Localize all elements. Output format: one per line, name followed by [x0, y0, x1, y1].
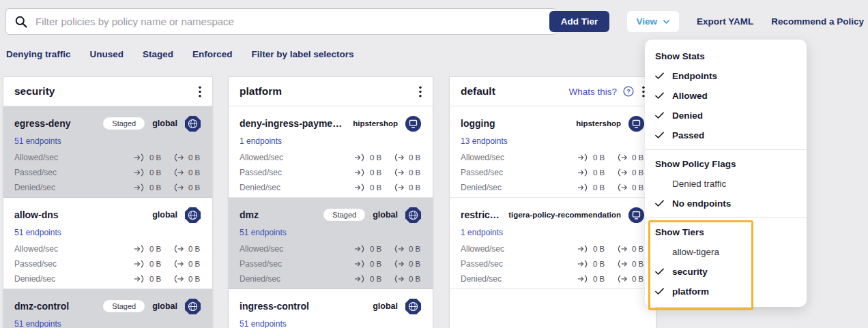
filter-filter-by-label-selectors[interactable]: Filter by label selectors: [252, 49, 354, 59]
ingress-stat: 0 B: [134, 183, 162, 192]
stat-label: Passed/sec: [14, 259, 57, 269]
menu-item-denied-traffic[interactable]: Denied traffic: [645, 174, 807, 194]
filter-staged[interactable]: Staged: [143, 49, 173, 59]
policy-card-allow-dns[interactable]: allow-dnsglobal51 endpointsAllowed/sec0 …: [3, 198, 212, 289]
policy-card-title-row: ingress-controlglobal: [240, 297, 422, 315]
tier-menu-kebab-icon[interactable]: [417, 86, 424, 98]
ingress-icon: [577, 260, 590, 268]
toolbar: Add Tier View Export YAML Recommend a Po…: [549, 11, 864, 32]
menu-divider: [645, 149, 807, 150]
menu-item-denied[interactable]: Denied: [645, 106, 807, 125]
stat-row: Allowed/sec0 B0 B: [14, 152, 201, 162]
stat-values: 0 B0 B: [577, 275, 645, 283]
scope-label: hipstershop: [353, 119, 398, 128]
policy-name: ingress-control: [240, 301, 366, 312]
ingress-icon: [354, 183, 366, 192]
ingress-value: 0 B: [149, 168, 161, 177]
policy-card-egress-deny[interactable]: egress-denyStagedglobal51 endpointsAllow…: [3, 106, 212, 198]
policy-name: restricted: [461, 209, 502, 220]
egress-stat: 0 B: [616, 275, 645, 283]
egress-icon: [173, 168, 185, 177]
stat-row: Passed/sec0 B0 B: [240, 258, 422, 269]
filter-enforced[interactable]: Enforced: [192, 49, 233, 59]
add-tier-button[interactable]: Add Tier: [549, 11, 610, 32]
endpoints-link[interactable]: 1 endpoints: [240, 136, 422, 147]
egress-value: 0 B: [409, 153, 420, 162]
stat-values: 0 B0 B: [134, 245, 201, 253]
endpoints-link[interactable]: 1 endpoints: [461, 228, 645, 239]
policy-name: dmz-control: [14, 301, 96, 312]
policy-name: egress-deny: [14, 118, 96, 129]
policy-name: deny-ingress-paymentservi…: [240, 118, 346, 129]
egress-icon: [616, 275, 628, 283]
menu-item-platform[interactable]: platform: [645, 282, 807, 301]
stat-row: Passed/sec0 B0 B: [461, 167, 645, 177]
stat-label: Denied/sec: [461, 183, 502, 192]
ingress-icon: [134, 260, 146, 268]
egress-stat: 0 B: [173, 245, 201, 253]
search-bar: [5, 8, 557, 35]
check-icon: [655, 200, 672, 207]
endpoints-link[interactable]: 51 endpoints: [14, 319, 201, 328]
tier-menu-kebab-icon[interactable]: [197, 86, 203, 98]
endpoints-link[interactable]: 51 endpoints: [14, 228, 201, 239]
egress-icon: [393, 153, 405, 162]
menu-item-allow-tigera[interactable]: allow-tigera: [645, 242, 807, 262]
menu-item-passed[interactable]: Passed: [645, 125, 807, 145]
policy-card-dmz[interactable]: dmzStagedglobal51 endpointsAllowed/sec0 …: [229, 198, 433, 289]
egress-stat: 0 B: [173, 183, 201, 192]
stat-values: 0 B0 B: [354, 183, 422, 192]
menu-section-show-policy-flags: Show Policy Flags: [645, 154, 807, 174]
egress-value: 0 B: [409, 275, 420, 283]
ingress-icon: [134, 168, 146, 177]
egress-stat: 0 B: [616, 168, 645, 177]
stat-label: Allowed/sec: [461, 153, 504, 162]
view-button[interactable]: View: [627, 11, 679, 32]
tier-column-default: defaultWhats this??logginghipstershop13 …: [449, 76, 656, 328]
filter-denying-traffic[interactable]: Denying traffic: [6, 49, 71, 59]
egress-stat: 0 B: [173, 275, 201, 283]
stat-row: Denied/sec0 B0 B: [240, 182, 422, 192]
ingress-value: 0 B: [149, 183, 161, 192]
menu-item-allowed[interactable]: Allowed: [645, 86, 807, 106]
policy-card-logging[interactable]: logginghipstershop13 endpointsAllowed/se…: [450, 106, 656, 198]
stat-row: Allowed/sec0 B0 B: [461, 152, 645, 162]
stat-row: Allowed/sec0 B0 B: [14, 243, 201, 254]
menu-item-label: platform: [672, 286, 709, 297]
endpoints-link[interactable]: 13 endpoints: [461, 136, 645, 147]
egress-icon: [173, 183, 185, 192]
stat-label: Passed/sec: [14, 168, 57, 177]
policy-card-title-row: restrictedtigera-policy-recommendation: [461, 206, 645, 224]
recommend-policy-button[interactable]: Recommend a Policy: [771, 16, 864, 27]
egress-value: 0 B: [632, 168, 643, 177]
policy-card-restricted[interactable]: restrictedtigera-policy-recommendation1 …: [450, 198, 656, 289]
policy-card-ingress-control[interactable]: ingress-controlglobal51 endpoints: [229, 289, 433, 328]
search-icon: [14, 15, 28, 29]
question-icon[interactable]: ?: [623, 86, 634, 97]
ingress-value: 0 B: [370, 168, 381, 177]
ingress-stat: 0 B: [354, 275, 383, 283]
check-icon: [655, 92, 672, 100]
stat-row: Passed/sec0 B0 B: [14, 258, 201, 269]
policy-name: dmz: [240, 209, 316, 220]
search-input[interactable]: [34, 15, 548, 28]
policy-card-deny-ingress-paymentservi[interactable]: deny-ingress-paymentservi…hipstershop1 e…: [229, 106, 433, 198]
stat-label: Allowed/sec: [14, 244, 58, 254]
scope-label: global: [152, 301, 177, 311]
menu-item-label: Passed: [672, 130, 704, 140]
endpoints-link[interactable]: 51 endpoints: [240, 319, 422, 328]
filter-unused[interactable]: Unused: [90, 49, 124, 59]
egress-icon: [393, 260, 405, 268]
endpoints-link[interactable]: 51 endpoints: [240, 228, 422, 239]
stat-row: Denied/sec0 B0 B: [14, 273, 201, 284]
policy-card-dmz-control[interactable]: dmz-controlStagedglobal51 endpoints: [3, 289, 212, 328]
endpoints-link[interactable]: 51 endpoints: [14, 136, 201, 147]
export-yaml-button[interactable]: Export YAML: [697, 16, 753, 27]
menu-item-endpoints[interactable]: Endpoints: [645, 66, 807, 86]
stat-row: Allowed/sec0 B0 B: [461, 243, 645, 254]
stat-values: 0 B0 B: [577, 183, 645, 192]
menu-item-security[interactable]: security: [645, 262, 807, 282]
ingress-value: 0 B: [370, 183, 381, 192]
menu-item-no-endpoints[interactable]: No endpoints: [645, 194, 807, 213]
whats-this-link[interactable]: Whats this?: [568, 87, 617, 97]
